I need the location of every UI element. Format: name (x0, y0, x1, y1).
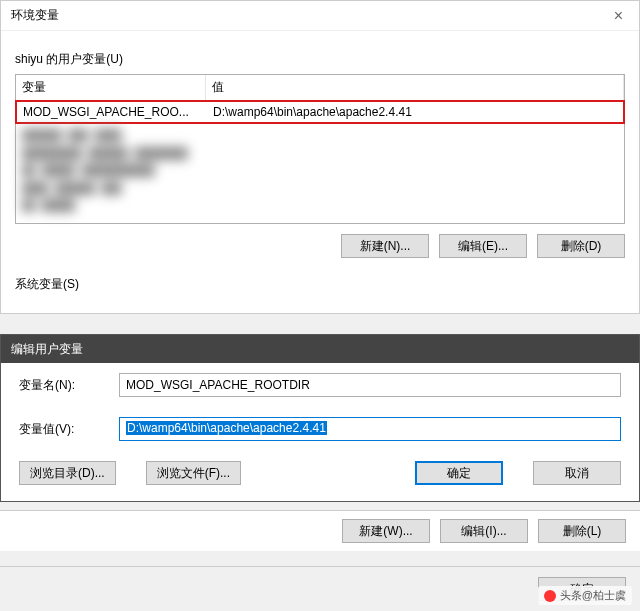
edit-cancel-button[interactable]: 取消 (533, 461, 621, 485)
env-title: 环境变量 (11, 7, 59, 24)
var-name-input[interactable] (119, 373, 621, 397)
delete-user-var-button[interactable]: 删除(D) (537, 234, 625, 258)
col-header-name[interactable]: 变量 (16, 75, 206, 100)
edit-user-var-dialog: 编辑用户变量 变量名(N): 变量值(V): D:\wamp64\bin\apa… (0, 334, 640, 502)
new-sys-var-button[interactable]: 新建(W)... (342, 519, 430, 543)
blurred-rows: ██████ ███ ████ █████████ ██████ ███████… (16, 123, 624, 223)
var-value-text: D:\wamp64\bin\apache\apache2.4.41 (126, 421, 327, 435)
edit-ok-button[interactable]: 确定 (415, 461, 503, 485)
new-user-var-button[interactable]: 新建(N)... (341, 234, 429, 258)
watermark: 头条@柏士虞 (538, 586, 632, 605)
env-body: shiyu 的用户变量(U) 变量 值 MOD_WSGI_APACHE_ROO.… (1, 31, 639, 313)
system-vars-label: 系统变量(S) (15, 276, 625, 293)
table-row[interactable]: MOD_WSGI_APACHE_ROO... D:\wamp64\bin\apa… (15, 100, 625, 124)
system-vars-section: 新建(W)... 编辑(I)... 删除(L) (0, 510, 640, 551)
close-icon[interactable]: × (606, 7, 631, 25)
var-value-label: 变量值(V): (19, 421, 119, 438)
env-titlebar: 环境变量 × (1, 1, 639, 31)
list-header: 变量 值 (16, 75, 624, 101)
user-vars-list[interactable]: 变量 值 MOD_WSGI_APACHE_ROO... D:\wamp64\bi… (15, 74, 625, 224)
system-vars-buttons: 新建(W)... 编辑(I)... 删除(L) (14, 519, 626, 543)
browse-dir-button[interactable]: 浏览目录(D)... (19, 461, 116, 485)
watermark-icon (544, 590, 556, 602)
cell-value: D:\wamp64\bin\apache\apache2.4.41 (207, 102, 623, 122)
edit-sys-var-button[interactable]: 编辑(I)... (440, 519, 528, 543)
edit-user-var-button[interactable]: 编辑(E)... (439, 234, 527, 258)
user-vars-label: shiyu 的用户变量(U) (15, 51, 625, 68)
watermark-text: 头条@柏士虞 (560, 588, 626, 603)
edit-titlebar: 编辑用户变量 (1, 335, 639, 363)
var-value-input[interactable]: D:\wamp64\bin\apache\apache2.4.41 (119, 417, 621, 441)
browse-file-button[interactable]: 浏览文件(F)... (146, 461, 241, 485)
edit-title: 编辑用户变量 (11, 341, 83, 358)
col-header-value[interactable]: 值 (206, 75, 624, 100)
var-value-row: 变量值(V): D:\wamp64\bin\apache\apache2.4.4… (1, 407, 639, 451)
cell-name: MOD_WSGI_APACHE_ROO... (17, 102, 207, 122)
var-name-row: 变量名(N): (1, 363, 639, 407)
user-vars-buttons: 新建(N)... 编辑(E)... 删除(D) (15, 224, 625, 258)
delete-sys-var-button[interactable]: 删除(L) (538, 519, 626, 543)
var-name-label: 变量名(N): (19, 377, 119, 394)
edit-buttons: 浏览目录(D)... 浏览文件(F)... 确定 取消 (1, 451, 639, 501)
env-vars-dialog: 环境变量 × shiyu 的用户变量(U) 变量 值 MOD_WSGI_APAC… (0, 0, 640, 314)
